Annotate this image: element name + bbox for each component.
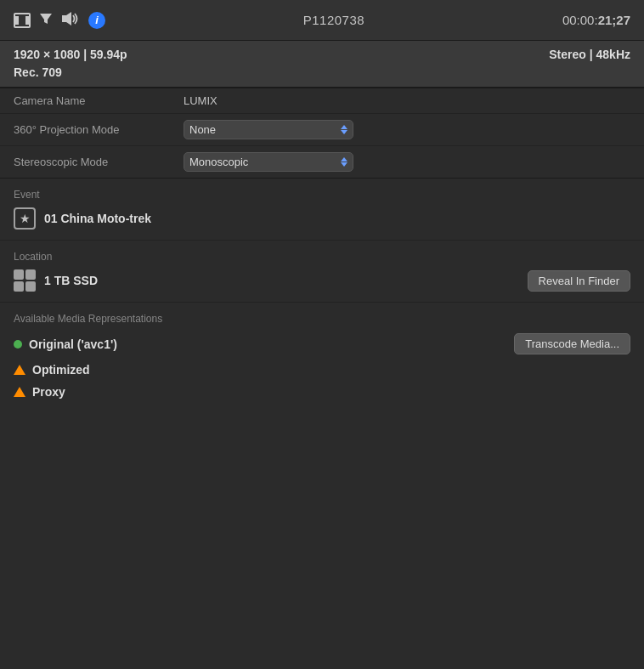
info-icon[interactable]: i [88, 12, 105, 29]
media-info-bar: 1920 × 1080 | 59.94p Stereo | 48kHz Rec.… [0, 41, 644, 88]
audio-icon[interactable] [61, 11, 80, 30]
svg-marker-0 [40, 14, 52, 24]
projection-select[interactable]: None [184, 120, 353, 139]
toolbar-left: i [14, 11, 105, 30]
event-section-label: Event [14, 189, 630, 201]
projection-label: 360° Projection Mode [14, 123, 184, 136]
chevron-down-icon [341, 130, 347, 134]
toolbar: i P1120738 00:00:21;27 [0, 0, 644, 41]
media-representations-label: Available Media Representations [14, 313, 630, 325]
resolution-value: 1920 × 1080 [14, 48, 80, 61]
location-name: 1 TB SSD [44, 274, 98, 287]
stereoscopic-row: Stereoscopic Mode Monoscopic [0, 146, 644, 178]
location-left: 1 TB SSD [14, 269, 98, 292]
location-section: Location 1 TB SSD Reveal In Finder [0, 241, 644, 303]
film-icon[interactable] [14, 13, 31, 28]
transcode-media-button[interactable]: Transcode Media... [514, 333, 630, 354]
timecode-prefix: 00:00: [562, 13, 598, 27]
timecode: 00:00:21;27 [562, 13, 630, 27]
camera-name-row: Camera Name LUMIX [0, 88, 644, 114]
media-rep-original-row: Original ('avc1') Transcode Media... [14, 333, 630, 354]
projection-select-arrows [341, 125, 347, 134]
media-rep-original-left: Original ('avc1') [14, 337, 117, 351]
event-content: ★ 01 China Moto-trek [14, 207, 630, 230]
stereoscopic-select-arrows [341, 157, 347, 167]
event-name: 01 China Moto-trek [44, 212, 151, 225]
stereoscopic-select[interactable]: Monoscopic [184, 152, 353, 172]
audio-info: Stereo | 48kHz [549, 48, 630, 61]
camera-name-label: Camera Name [14, 94, 184, 107]
reveal-in-finder-button[interactable]: Reveal In Finder [528, 270, 630, 292]
media-rep-proxy-row: Proxy [14, 385, 630, 399]
location-row: 1 TB SSD Reveal In Finder [14, 269, 630, 292]
resolution-label: 1920 × 1080 | 59.94p [14, 48, 127, 61]
projection-row: 360° Projection Mode None [0, 114, 644, 146]
media-representations-section: Available Media Representations Original… [0, 303, 644, 417]
location-section-label: Location [14, 251, 630, 263]
audio-value: Stereo [549, 48, 586, 61]
chevron-up-icon [341, 125, 347, 129]
grid-cell-1 [14, 269, 24, 280]
svg-marker-1 [62, 12, 71, 26]
filter-icon[interactable] [39, 12, 53, 29]
clip-name: P1120738 [303, 13, 364, 27]
projection-select-value: None [189, 123, 216, 136]
grid-cell-3 [14, 281, 24, 292]
location-grid-icon [14, 269, 36, 292]
sample-rate-value: 48kHz [596, 48, 630, 61]
original-status-icon [14, 340, 22, 349]
chevron-down-icon [341, 162, 347, 167]
grid-cell-2 [25, 269, 36, 280]
grid-cell-4 [25, 281, 36, 292]
framerate-value: 59.94p [90, 48, 127, 61]
proxy-label: Proxy [32, 385, 65, 399]
original-label: Original ('avc1') [29, 337, 117, 351]
optimized-label: Optimized [32, 363, 90, 377]
timecode-bold: 21;27 [598, 13, 630, 27]
colorspace-value: Rec. 709 [14, 65, 62, 79]
proxy-status-icon [14, 387, 25, 397]
stereoscopic-label: Stereoscopic Mode [14, 156, 184, 168]
media-rep-optimized-left: Optimized [14, 363, 90, 377]
media-info-row1: 1920 × 1080 | 59.94p Stereo | 48kHz [14, 48, 630, 61]
inspector-content: Camera Name LUMIX 360° Projection Mode N… [0, 88, 644, 417]
chevron-up-icon [341, 157, 347, 162]
event-icon: ★ [14, 207, 36, 230]
properties-table: Camera Name LUMIX 360° Projection Mode N… [0, 88, 644, 179]
stereoscopic-select-value: Monoscopic [189, 156, 248, 168]
event-section: Event ★ 01 China Moto-trek [0, 179, 644, 241]
media-rep-proxy-left: Proxy [14, 385, 65, 399]
optimized-status-icon [14, 365, 25, 375]
media-info-row2: Rec. 709 [14, 65, 630, 80]
camera-name-value: LUMIX [184, 94, 630, 107]
media-rep-optimized-row: Optimized [14, 363, 630, 377]
